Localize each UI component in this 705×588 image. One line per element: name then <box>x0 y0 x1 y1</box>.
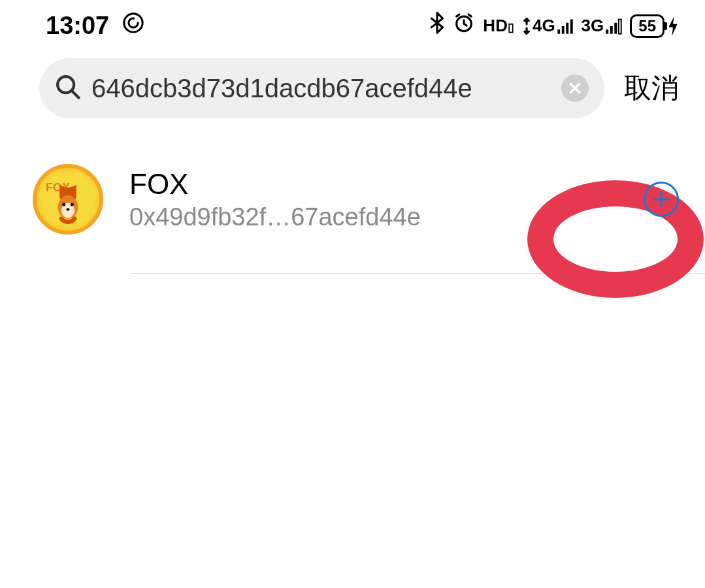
token-address: 0x49d9fb32f…67acefd44e <box>129 203 644 231</box>
status-time: 13:07 <box>46 12 109 40</box>
svg-point-19 <box>66 208 69 211</box>
svg-rect-3 <box>557 29 560 34</box>
token-icon: FOX <box>33 164 103 235</box>
svg-rect-6 <box>570 19 572 33</box>
alarm-icon <box>453 12 475 40</box>
svg-point-0 <box>124 14 142 32</box>
network-3g: 3G <box>582 16 623 36</box>
search-box[interactable] <box>39 58 604 118</box>
svg-point-18 <box>71 203 74 206</box>
svg-rect-7 <box>606 29 609 34</box>
token-name: FOX <box>129 168 644 201</box>
network-4g: 4G <box>522 16 574 36</box>
svg-line-12 <box>73 91 79 98</box>
cancel-button[interactable]: 取消 <box>624 70 679 106</box>
battery-indicator: 55 <box>630 14 679 38</box>
search-row: 取消 <box>0 52 705 125</box>
status-right: HD ▯ 4G 3G 55 <box>429 12 679 40</box>
token-info: FOX 0x49d9fb32f…67acefd44e <box>129 168 644 231</box>
bluetooth-icon <box>429 12 445 40</box>
divider <box>131 273 705 274</box>
search-icon <box>55 74 81 103</box>
search-result-row[interactable]: FOX FOX 0x49d9fb32f…67acefd44e <box>0 125 705 254</box>
svg-point-1 <box>133 18 135 20</box>
add-token-button[interactable] <box>644 182 679 217</box>
status-left: 13:07 <box>46 12 144 40</box>
battery-level: 55 <box>630 14 664 38</box>
charging-icon <box>667 16 679 36</box>
svg-rect-8 <box>610 26 613 34</box>
svg-rect-4 <box>561 26 564 34</box>
svg-rect-5 <box>566 22 568 33</box>
plus-icon <box>651 189 671 209</box>
hd-indicator: HD ▯ <box>483 16 514 36</box>
svg-rect-9 <box>615 22 617 33</box>
search-input[interactable] <box>91 74 551 103</box>
status-bar: 13:07 HD ▯ <box>0 0 705 52</box>
svg-rect-10 <box>619 19 621 33</box>
svg-point-17 <box>62 203 65 206</box>
music-icon <box>122 12 144 40</box>
clear-search-button[interactable] <box>561 74 589 102</box>
